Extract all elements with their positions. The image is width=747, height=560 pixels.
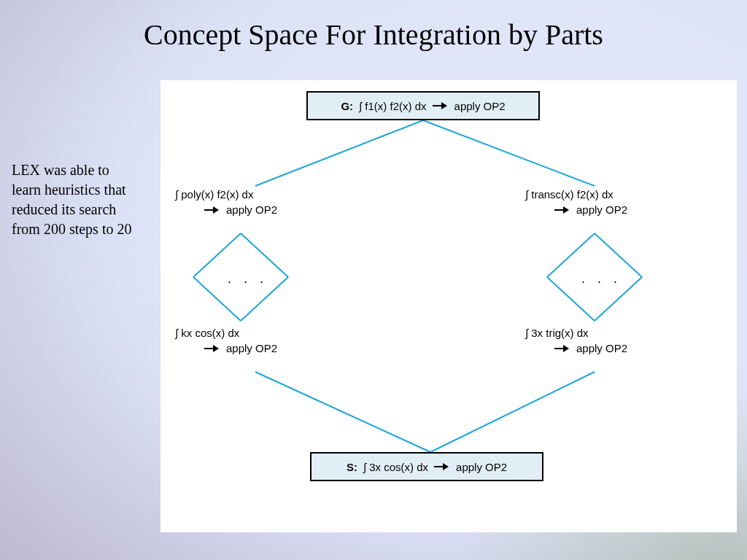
ellipsis-left: . . . (228, 271, 268, 287)
node-right-lower: ∫ 3x trig(x) dx apply OP2 (525, 327, 627, 354)
node-right-upper-expr: ∫ transc(x) f2(x) dx (525, 188, 627, 201)
sidebar-note: LEX was able to learn heuristics that re… (12, 160, 136, 239)
node-left-lower-expr: ∫ kx cos(x) dx (175, 327, 277, 339)
node-right-upper-action: apply OP2 (576, 203, 627, 216)
bottom-node-expr: ∫ 3x cos(x) dx (363, 461, 428, 473)
top-node-label: G: (341, 100, 353, 112)
svg-line-6 (547, 233, 595, 277)
svg-line-2 (193, 233, 241, 277)
node-left-upper: ∫ poly(x) f2(x) dx apply OP2 (175, 188, 277, 216)
arrow-icon (554, 206, 570, 214)
concept-space-diagram: G: ∫ f1(x) f2(x) dx apply OP2 ∫ poly(x) … (160, 80, 737, 532)
svg-line-0 (255, 120, 423, 186)
node-right-lower-expr: ∫ 3x trig(x) dx (525, 327, 627, 339)
top-node-g: G: ∫ f1(x) f2(x) dx apply OP2 (306, 91, 540, 120)
bottom-node-label: S: (347, 461, 357, 473)
arrow-icon (554, 345, 570, 352)
page-title: Concept Space For Integration by Parts (0, 18, 747, 52)
node-right-lower-action: apply OP2 (576, 342, 627, 354)
svg-line-3 (241, 233, 288, 277)
node-left-upper-action: apply OP2 (226, 203, 277, 216)
arrow-icon (204, 345, 220, 352)
arrow-icon (433, 102, 449, 109)
top-node-action: apply OP2 (454, 100, 506, 112)
node-right-upper: ∫ transc(x) f2(x) dx apply OP2 (525, 188, 627, 216)
svg-line-10 (255, 372, 430, 452)
ellipsis-right: . . . (581, 271, 622, 287)
arrow-icon (434, 463, 450, 470)
node-left-lower-action: apply OP2 (226, 342, 277, 354)
svg-line-1 (423, 120, 595, 186)
node-left-lower: ∫ kx cos(x) dx apply OP2 (175, 327, 277, 354)
bottom-node-s: S: ∫ 3x cos(x) dx apply OP2 (310, 452, 543, 481)
svg-line-7 (595, 233, 642, 277)
svg-line-11 (430, 372, 595, 452)
bottom-node-action: apply OP2 (456, 461, 507, 473)
arrow-icon (204, 206, 220, 214)
node-left-upper-expr: ∫ poly(x) f2(x) dx (175, 188, 277, 201)
top-node-expr: ∫ f1(x) f2(x) dx (359, 100, 426, 112)
